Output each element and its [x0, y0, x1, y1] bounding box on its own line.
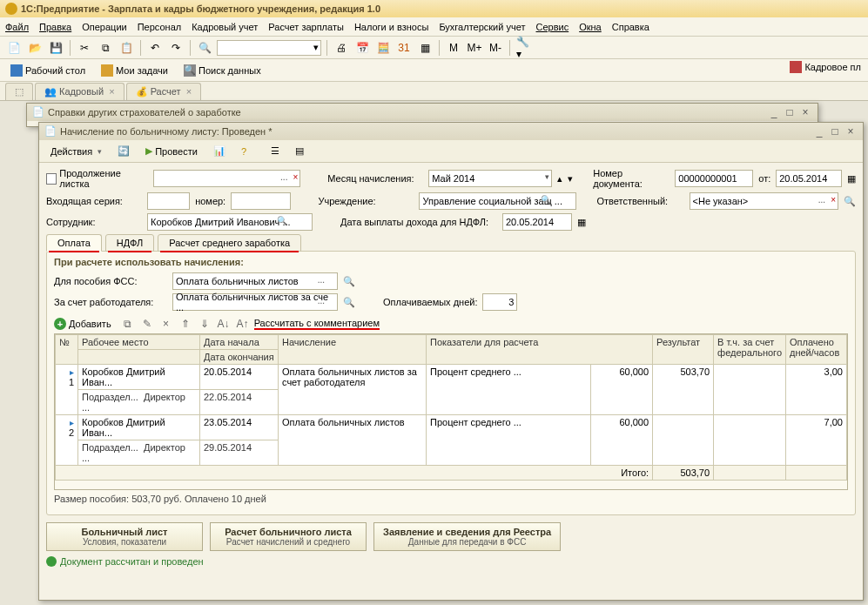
fss-input[interactable]: Оплата больничных листов...: [172, 272, 338, 290]
wrench-icon[interactable]: 🔧▾: [515, 39, 533, 57]
redo-icon[interactable]: ↷: [167, 39, 185, 57]
refresh-icon[interactable]: 🔄: [111, 143, 136, 159]
calc-icon[interactable]: 🧮: [374, 39, 392, 57]
col-indicators[interactable]: Показатели для расчета: [427, 335, 653, 365]
btn-calc-sick[interactable]: Расчет больничного листа Расчет начислен…: [210, 522, 367, 551]
nav-desktop[interactable]: Рабочий стол: [5, 63, 91, 78]
menu-edit[interactable]: Правка: [39, 22, 71, 32]
col-accrual[interactable]: Начисление: [279, 335, 427, 365]
tab-kadrovy[interactable]: 👥 Кадровый×: [35, 83, 124, 100]
cal-icon[interactable]: 📅: [353, 39, 371, 57]
btn-registry[interactable]: Заявление и сведения для Реестра Данные …: [373, 522, 561, 551]
date-icon[interactable]: 31: [395, 39, 413, 57]
lookup-icon[interactable]: 🔍: [343, 276, 355, 287]
paste-icon[interactable]: 📋: [118, 39, 135, 57]
tab-ndfl[interactable]: НДФЛ: [105, 234, 154, 252]
layout2-icon[interactable]: ▤: [289, 143, 310, 159]
cut-icon[interactable]: ✂: [76, 39, 93, 57]
menu-taxes[interactable]: Налоги и взносы: [354, 22, 429, 32]
nav-right[interactable]: Кадровое пл: [786, 59, 865, 75]
new-doc-icon[interactable]: 📄: [5, 39, 23, 57]
tab-left-icon[interactable]: ⬚: [5, 83, 33, 100]
table-row[interactable]: ▸1 Коробков Дмитрий Иван...20.05.2014Опл…: [56, 365, 847, 390]
recalc-link[interactable]: Рассчитать с комментарием: [254, 318, 380, 330]
continuation-input[interactable]: ...×: [153, 170, 301, 187]
copy-icon[interactable]: ⧉: [97, 39, 114, 57]
minimize-icon[interactable]: _: [812, 125, 826, 138]
calendar-icon[interactable]: ▦: [847, 173, 856, 185]
sort-asc-icon[interactable]: A↓: [216, 316, 232, 332]
sort-desc-icon[interactable]: A↑: [235, 316, 251, 332]
docnum-input[interactable]: 00000000001: [675, 170, 753, 187]
lookup-icon[interactable]: 🔍: [343, 297, 355, 308]
open-icon[interactable]: 📂: [26, 39, 44, 57]
close-icon[interactable]: ×: [798, 106, 812, 118]
actions-menu[interactable]: Действия: [44, 144, 108, 159]
resp-input[interactable]: <Не указан>...×: [690, 192, 839, 210]
maximize-icon[interactable]: □: [783, 106, 797, 118]
month-up-icon[interactable]: ▴: [557, 173, 562, 185]
report-icon[interactable]: 📊: [207, 143, 232, 159]
menu-accounting[interactable]: Бухгалтерский учет: [439, 22, 525, 32]
close-icon[interactable]: ×: [186, 86, 192, 97]
post-button[interactable]: ▶Провести: [139, 143, 204, 159]
close-icon[interactable]: ×: [844, 125, 858, 138]
window-titlebar[interactable]: 📄 Справки других страхователей о заработ…: [27, 104, 818, 121]
menu-service[interactable]: Сервис: [536, 22, 569, 32]
month-down-icon[interactable]: ▾: [568, 173, 573, 185]
col-workplace[interactable]: Рабочее место: [78, 335, 200, 350]
continuation-check[interactable]: Продолжение листка: [46, 168, 148, 189]
tab-srednego[interactable]: Расчет среднего заработка: [158, 234, 301, 252]
m-button[interactable]: М: [445, 39, 462, 57]
org-input[interactable]: Управление социальной защ ...🔍: [419, 192, 575, 210]
menu-windows[interactable]: Окна: [579, 22, 602, 32]
col-date-start[interactable]: Дата начала: [200, 335, 279, 350]
find-icon[interactable]: 🔍: [196, 39, 213, 57]
number-input[interactable]: [231, 192, 291, 210]
close-icon[interactable]: ×: [109, 86, 114, 97]
month-input[interactable]: Май 2014▾: [428, 170, 552, 187]
mplus-button[interactable]: М+: [466, 39, 483, 57]
accruals-grid[interactable]: № Рабочее место Дата начала Начисление П…: [54, 333, 848, 490]
layout1-icon[interactable]: ☰: [265, 143, 286, 159]
print-icon[interactable]: 🖨: [333, 39, 350, 57]
nav-tasks[interactable]: Мои задачи: [96, 63, 173, 78]
table-row[interactable]: ▸2 Коробков Дмитрий Иван...23.05.2014Опл…: [56, 415, 847, 440]
maximize-icon[interactable]: □: [828, 125, 842, 138]
copy-row-icon[interactable]: ⧉: [120, 316, 136, 332]
minimize-icon[interactable]: _: [767, 106, 781, 118]
add-row-button[interactable]: +Добавить: [54, 318, 111, 330]
nav-search[interactable]: 🔍Поиск данных: [178, 63, 266, 78]
help-icon[interactable]: ?: [235, 144, 252, 159]
menu-operations[interactable]: Операции: [82, 22, 126, 32]
menu-salary[interactable]: Расчет зарплаты: [268, 22, 344, 32]
employee-input[interactable]: Коробков Дмитрий Иванович ...🔍: [147, 213, 313, 231]
menu-hr[interactable]: Кадровый учет: [192, 22, 258, 32]
undo-icon[interactable]: ↶: [146, 39, 164, 57]
menu-file[interactable]: Файл: [5, 22, 29, 32]
calendar-icon[interactable]: ▦: [577, 217, 586, 228]
docdate-input[interactable]: 20.05.2014: [776, 170, 842, 187]
tab-oplata[interactable]: Оплата: [46, 234, 102, 252]
menu-help[interactable]: Справка: [612, 22, 649, 32]
col-result[interactable]: Результат: [653, 335, 714, 365]
window-titlebar[interactable]: 📄 Начисление по больничному листу: Прове…: [39, 123, 863, 140]
col-paid[interactable]: Оплачено дней/часов: [786, 335, 847, 365]
paid-days-input[interactable]: 3: [482, 293, 517, 311]
menu-personnel[interactable]: Персонал: [138, 22, 182, 32]
delete-row-icon[interactable]: ×: [158, 316, 174, 332]
btn-sick-leave[interactable]: Больничный лист Условия, показатели: [46, 522, 203, 551]
move-up-icon[interactable]: ⇑: [178, 316, 193, 332]
grid-icon[interactable]: ▦: [416, 39, 434, 57]
col-date-end[interactable]: Дата окончания: [200, 350, 279, 365]
mminus-button[interactable]: М-: [487, 39, 504, 57]
col-num[interactable]: №: [56, 335, 78, 365]
employer-input[interactable]: Оплата больничных листов за сче ......: [172, 293, 338, 311]
save-icon[interactable]: 💾: [47, 39, 64, 57]
resp-lookup-icon[interactable]: 🔍: [844, 196, 856, 207]
search-combo[interactable]: ▾: [217, 40, 321, 56]
in-series-input[interactable]: [147, 192, 190, 210]
col-federal[interactable]: В т.ч. за счет федерального: [714, 335, 786, 365]
tab-raschet[interactable]: 💰 Расчет×: [126, 83, 202, 100]
edit-row-icon[interactable]: ✎: [139, 316, 155, 332]
